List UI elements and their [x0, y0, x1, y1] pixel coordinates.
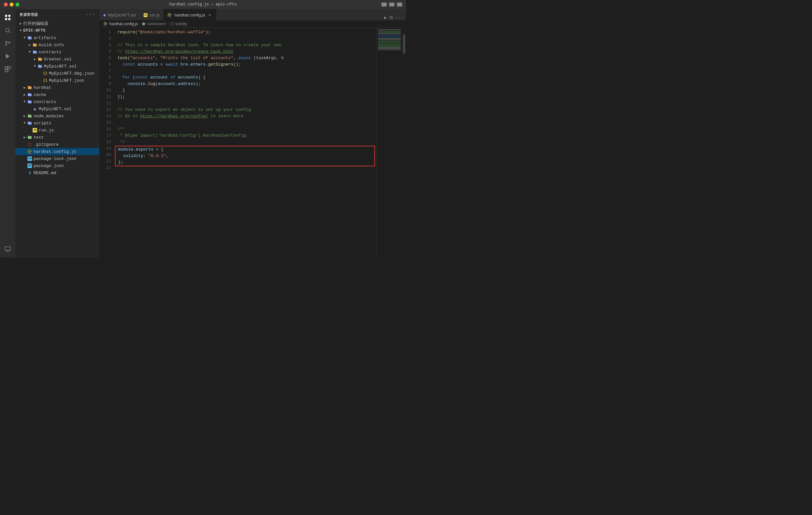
code-line-4: // https://hardhat.org/guides/create-tas… [115, 49, 376, 55]
minimap-line [378, 30, 401, 31]
svg-point-6 [5, 41, 6, 42]
runjs-label: run.js [39, 128, 54, 133]
sidebar-title: 资源管理器 [19, 12, 38, 17]
minimap-content [377, 28, 402, 52]
sidebar-item-gitignore[interactable]: ⬡ .gitignore [16, 141, 99, 148]
svg-rect-3 [8, 18, 10, 20]
sidebar-item-hardhat[interactable]: ▶ hardhat [16, 84, 99, 91]
sidebar-item-greeter[interactable]: ▶ Greeter.sol [16, 56, 99, 63]
package-json-label: package.json [34, 163, 64, 168]
code-line-18: */ [115, 139, 376, 145]
window-icon-3 [397, 3, 402, 6]
scrollbar-track[interactable] [402, 28, 406, 258]
sidebar-item-myepicnft-sol[interactable]: ◆ MyEpicNFT.sol [16, 105, 99, 112]
json-icon: {} [42, 78, 48, 83]
artifacts-label: artifacts [34, 35, 56, 40]
breadcrumb-unknown[interactable]: e <unknown> [142, 22, 167, 26]
sidebar-item-test[interactable]: ▶ test [16, 134, 99, 141]
open-editors-section[interactable]: ▶ 打开的编辑器 [16, 20, 99, 27]
svg-point-4 [5, 28, 9, 32]
tab-close-button[interactable]: ✕ [207, 12, 212, 18]
hardhat-label: hardhat [34, 85, 51, 90]
split-editor-icon[interactable]: ⧉ [389, 15, 393, 20]
sidebar: 资源管理器 ··· ▶ 打开的编辑器 ▼ EPIC-NFTS ▼ artifac… [16, 9, 99, 258]
source-control-icon[interactable] [2, 37, 13, 49]
code-line-13: // You need to export an object to set u… [115, 107, 376, 113]
test-folder-icon [27, 135, 32, 140]
myepicnft-folder-icon [37, 64, 42, 69]
svg-rect-10 [5, 66, 8, 69]
minimap-line [378, 40, 401, 41]
minimize-button[interactable] [10, 3, 13, 6]
run-debug-icon[interactable] [2, 50, 13, 62]
sidebar-item-build-info[interactable]: ▶ build-info [16, 42, 99, 49]
node-modules-chevron: ▶ [22, 113, 27, 118]
sidebar-item-artifacts[interactable]: ▼ artifacts [16, 34, 99, 42]
project-chevron: ▼ [18, 28, 23, 33]
contracts-root-label: contracts [34, 100, 56, 104]
code-line-10: } [115, 87, 376, 94]
sidebar-item-contracts-root[interactable]: ▼ contracts [16, 98, 99, 105]
sidebar-item-myepicnft-folder[interactable]: ▼ MyEpicNFT.sol [16, 63, 99, 70]
tab-runjs[interactable]: JS run.js [140, 9, 164, 20]
sidebar-item-hardhat-config[interactable]: 🪖 hardhat.config.js [16, 148, 99, 155]
project-root[interactable]: ▼ EPIC-NFTS [16, 27, 99, 34]
contracts-root-folder-icon [27, 99, 32, 104]
sidebar-item-runjs[interactable]: JS run.js [16, 127, 99, 134]
svg-rect-1 [8, 15, 10, 17]
breadcrumb-file-icon: 🪖 [103, 22, 108, 26]
breadcrumb-solidity[interactable]: solidity [170, 22, 187, 26]
maximize-button[interactable] [16, 3, 19, 6]
cache-chevron: ▶ [22, 92, 27, 97]
sidebar-item-myepicnft-json[interactable]: {} MyEpicNFT.json [16, 77, 99, 84]
scripts-chevron: ▼ [22, 120, 27, 126]
minimap-line [378, 48, 401, 49]
readme-icon: ℹ [27, 170, 32, 175]
minimap-line [378, 46, 401, 47]
svg-marker-9 [6, 54, 10, 59]
sidebar-item-package-json[interactable]: JS package.json [16, 162, 99, 169]
code-content[interactable]: require("@nomiclabs/hardhat-waffle"); //… [115, 28, 376, 258]
main-layout: 资源管理器 ··· ▶ 打开的编辑器 ▼ EPIC-NFTS ▼ artifac… [0, 9, 406, 258]
search-icon[interactable] [2, 25, 13, 36]
editor-area: ◆ MyEpicNFT.sol JS run.js 🪖 hardhat.conf… [99, 9, 406, 258]
code-line-20: solidity: "0.8.1", [116, 153, 374, 159]
breadcrumb-file[interactable]: hardhat.config.js [109, 22, 138, 26]
minimap-line [378, 38, 401, 39]
open-editors-chevron: ▶ [18, 21, 23, 26]
project-name: EPIC-NFTS [23, 28, 46, 33]
tab-myepicnft[interactable]: ◆ MyEpicNFT.sol [99, 9, 140, 20]
breadcrumb-sep-2: › [168, 22, 169, 26]
sidebar-menu[interactable]: ··· [86, 11, 95, 18]
sidebar-item-cache[interactable]: ▶ cache [16, 91, 99, 98]
code-line-21: }; [116, 159, 374, 166]
sidebar-item-package-lock[interactable]: JS package-lock.json [16, 155, 99, 162]
sidebar-item-scripts[interactable]: ▼ scripts [16, 119, 99, 127]
tab-runjs-label: run.js [149, 12, 160, 18]
svg-rect-11 [8, 66, 11, 69]
tab-hardhat-config[interactable]: 🪖 hardhat.config.js ✕ [163, 9, 216, 20]
hardhat-config-icon: 🪖 [27, 149, 32, 154]
greeter-chevron: ▶ [32, 57, 37, 62]
sidebar-item-myepicnft-dbg[interactable]: {} MyEpicNFT.dbg.json [16, 70, 99, 77]
window-controls[interactable] [4, 3, 19, 6]
run-action-icon[interactable]: ▶ [384, 15, 387, 20]
more-actions-icon[interactable]: ··· [395, 15, 403, 20]
sidebar-item-contracts-artifacts[interactable]: ▼ contracts [16, 49, 99, 56]
eth-file-icon: ◆ [32, 106, 37, 111]
minimap-line [378, 31, 401, 32]
code-line-11: }); [115, 94, 376, 100]
extensions-icon[interactable] [2, 63, 13, 75]
minimap-line [378, 47, 401, 48]
remote-explorer-icon[interactable] [2, 243, 13, 255]
close-button[interactable] [4, 3, 8, 6]
code-editor[interactable]: 12345 678910 1112131415 1617181920 2122 … [99, 28, 406, 258]
minimap-line [378, 39, 401, 40]
explorer-icon[interactable] [2, 11, 13, 23]
sidebar-item-node-modules[interactable]: ▶ node_modules [16, 112, 99, 119]
minimap-line [378, 37, 401, 38]
svg-point-7 [5, 44, 6, 45]
sidebar-item-readme[interactable]: ℹ README.md [16, 169, 99, 177]
scrollbar-thumb[interactable] [403, 34, 405, 54]
minimap-line [378, 49, 401, 49]
